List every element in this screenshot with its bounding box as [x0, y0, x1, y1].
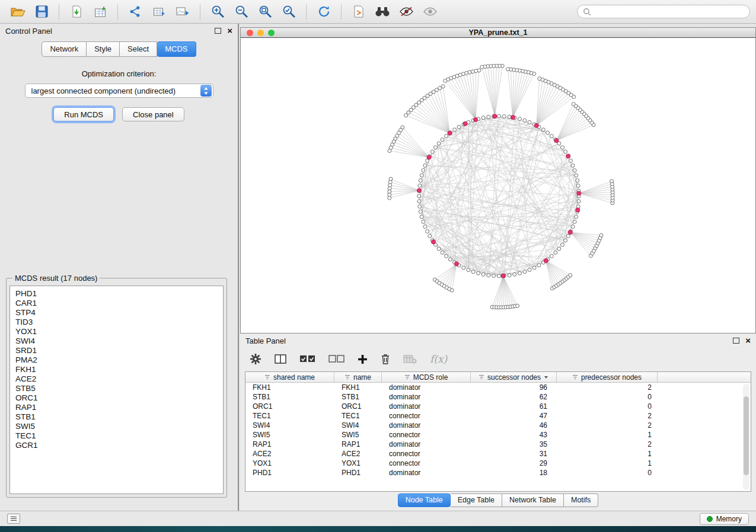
table-row[interactable]: TEC1TEC1connector472	[245, 411, 751, 421]
network-titlebar[interactable]: YPA_prune.txt_1	[240, 27, 756, 38]
criterion-select[interactable]: largest connected component (undirected)	[25, 84, 213, 98]
list-icon	[10, 516, 17, 521]
result-node[interactable]: PHD1	[15, 289, 218, 299]
delete-table-button[interactable]	[403, 354, 417, 364]
result-node[interactable]: SWI4	[15, 336, 218, 346]
result-node[interactable]: STB1	[15, 412, 218, 422]
tab-style[interactable]: Style	[87, 41, 120, 57]
result-node[interactable]: ORC1	[15, 393, 218, 403]
table-panel-title: Table Panel	[245, 336, 286, 345]
function-builder-button[interactable]: f(x)	[430, 353, 447, 365]
tab-motifs[interactable]: Motifs	[564, 493, 598, 507]
sort-icon	[479, 374, 484, 380]
result-node[interactable]: STP4	[15, 308, 218, 318]
close-window-icon[interactable]	[247, 30, 253, 36]
result-node[interactable]: CAR1	[15, 299, 218, 308]
minimize-window-icon[interactable]	[257, 30, 264, 36]
table-row[interactable]: FKH1FKH1dominator962	[245, 383, 751, 392]
column-header-shared-name[interactable]: shared name	[245, 372, 334, 382]
maximize-window-icon[interactable]	[268, 30, 275, 36]
tab-network[interactable]: Network	[42, 41, 87, 57]
select-stepper-icon	[200, 85, 212, 97]
refresh-button[interactable]	[313, 3, 334, 21]
search-box[interactable]	[577, 5, 750, 18]
toolbar-separator	[200, 4, 200, 20]
float-panel-icon[interactable]	[215, 28, 221, 34]
open-folder-button[interactable]	[7, 3, 28, 21]
toolbar-separator	[59, 4, 59, 20]
result-node[interactable]: GCR1	[15, 441, 218, 450]
result-node[interactable]: SRD1	[15, 346, 218, 355]
tab-edge-table[interactable]: Edge Table	[451, 493, 502, 507]
export-table-button[interactable]	[148, 3, 170, 21]
search-input[interactable]	[595, 8, 744, 16]
result-node[interactable]: ACE2	[15, 374, 218, 384]
table-row[interactable]: STB1STB1dominator620	[245, 392, 751, 402]
mcds-result-title: MCDS result (17 nodes)	[12, 274, 100, 283]
search-binoculars-button[interactable]	[372, 3, 393, 21]
result-node[interactable]: TEC1	[15, 431, 218, 441]
add-column-button[interactable]	[358, 354, 368, 364]
result-node[interactable]: STB5	[15, 384, 218, 393]
memory-button[interactable]: Memory	[700, 513, 749, 525]
memory-label: Memory	[716, 515, 742, 523]
table-row[interactable]: SWI4SWI4dominator462	[245, 421, 751, 430]
control-panel-title: Control Panel	[5, 27, 52, 36]
select-all-button[interactable]	[299, 355, 315, 363]
show-columns-button[interactable]	[275, 354, 286, 364]
close-panel-button[interactable]: Close panel	[122, 107, 184, 121]
window-controls	[247, 30, 275, 36]
control-panel-tabs: NetworkStyleSelectMCDS	[0, 41, 238, 57]
mcds-result-group: MCDS result (17 nodes) PHD1CAR1STP4TID3Y…	[6, 274, 227, 498]
save-button[interactable]	[31, 3, 52, 21]
table-settings-button[interactable]	[250, 353, 261, 365]
table-row[interactable]: YOX1YOX1connector291	[245, 459, 751, 468]
result-node[interactable]: SWI5	[15, 422, 218, 431]
table-row[interactable]: ACE2ACE2connector311	[245, 449, 751, 459]
tab-node-table[interactable]: Node Table	[398, 493, 451, 507]
tab-network-table[interactable]: Network Table	[502, 493, 564, 507]
table-scrollbar[interactable]	[743, 384, 749, 490]
mcds-result-list[interactable]: PHD1CAR1STP4TID3YOX1SWI4SRD1PMA2FKH1ACE2…	[9, 286, 224, 494]
table-row[interactable]: RAP1RAP1dominator352	[245, 440, 751, 449]
result-node[interactable]: YOX1	[15, 327, 218, 336]
zoom-fit-button[interactable]	[254, 3, 276, 21]
column-header-successor-nodes[interactable]: successor nodes	[471, 372, 557, 382]
tab-mcds[interactable]: MCDS	[157, 41, 196, 57]
zoom-in-button[interactable]	[207, 3, 228, 21]
import-file-button[interactable]	[66, 3, 87, 21]
zoom-out-button[interactable]	[231, 3, 252, 21]
result-node[interactable]: FKH1	[15, 365, 218, 374]
table-tabs: Node TableEdge TableNetwork TableMotifs	[240, 493, 756, 507]
sort-icon	[344, 374, 350, 380]
clone-document-button[interactable]	[348, 3, 369, 21]
export-image-button[interactable]	[172, 3, 193, 21]
scrollbar-thumb[interactable]	[744, 396, 749, 475]
close-panel-icon[interactable]: ×	[227, 28, 232, 34]
column-header-predecessor-nodes[interactable]: predecessor nodes	[557, 372, 658, 382]
close-panel-icon[interactable]: ×	[745, 338, 751, 344]
table-header-row: shared namenameMCDS rolesuccessor nodesp…	[245, 372, 751, 383]
column-header-name[interactable]: name	[334, 372, 382, 382]
tab-select[interactable]: Select	[120, 41, 157, 57]
import-table-button[interactable]	[90, 3, 111, 21]
result-node[interactable]: RAP1	[15, 403, 218, 412]
result-node[interactable]: PMA2	[15, 355, 218, 365]
zoom-selected-button[interactable]	[278, 3, 299, 21]
table-row[interactable]: ORC1ORC1dominator610	[245, 402, 751, 411]
memory-status-icon	[707, 516, 713, 522]
delete-column-button[interactable]	[381, 354, 390, 364]
panel-menu-button[interactable]	[7, 514, 20, 524]
result-node[interactable]: TID3	[15, 318, 218, 327]
table-row[interactable]: PHD1PHD1dominator180	[245, 468, 751, 477]
export-network-button[interactable]	[125, 3, 146, 21]
table-row[interactable]: SWI5SWI5connector431	[245, 430, 751, 440]
table-panel: Table Panel ×	[240, 334, 756, 511]
column-header-mcds-role[interactable]: MCDS role	[382, 372, 471, 382]
hide-eye-button[interactable]	[395, 3, 417, 21]
run-mcds-button[interactable]: Run MCDS	[53, 107, 114, 121]
network-canvas[interactable]	[240, 38, 756, 334]
show-eye-button[interactable]	[419, 3, 441, 21]
float-panel-icon[interactable]	[733, 338, 739, 344]
deselect-all-button[interactable]	[328, 355, 344, 363]
